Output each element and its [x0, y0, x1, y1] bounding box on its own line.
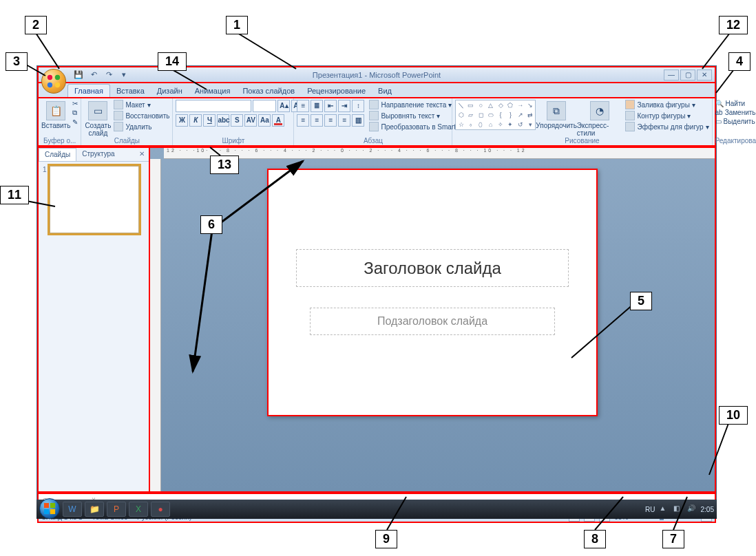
tab-animation[interactable]: Анимация — [189, 85, 237, 97]
svg-line-3 — [702, 33, 730, 69]
decrease-indent-button[interactable]: ⇤ — [324, 100, 337, 112]
svg-point-17 — [48, 83, 52, 87]
bullets-button[interactable]: ≡ — [297, 100, 309, 112]
callout-8: 8 — [584, 530, 606, 548]
align-left-button[interactable]: ≡ — [297, 114, 309, 127]
taskbar-item[interactable]: W — [63, 502, 82, 517]
tray-network-icon[interactable]: ◧ — [673, 504, 683, 514]
quick-styles-label: Экспресс-стили — [577, 122, 622, 137]
group-label-paragraph: Абзац — [297, 137, 449, 145]
numbering-button[interactable]: ≣ — [311, 100, 323, 112]
strike-button[interactable]: abc — [217, 114, 229, 127]
close-button[interactable]: ✕ — [697, 70, 712, 81]
columns-button[interactable]: ▥ — [352, 114, 364, 127]
delete-slide-button[interactable]: Удалить — [114, 122, 169, 131]
tab-view[interactable]: Вид — [372, 85, 398, 97]
callout-9: 9 — [375, 530, 397, 548]
underline-button[interactable]: Ч — [203, 114, 216, 127]
group-slides: ▭ Создать слайд Макет ▾ Восстановить Уда… — [81, 98, 173, 145]
copy-button[interactable]: ⧉ — [72, 109, 78, 117]
tab-slideshow[interactable]: Показ слайдов — [236, 85, 301, 97]
char-spacing-button[interactable]: AV — [244, 114, 257, 127]
window-controls: — ▢ ✕ — [664, 70, 712, 81]
callout-10: 10 — [719, 406, 748, 425]
shape-effects-button[interactable]: Эффекты для фигур ▾ — [625, 122, 708, 131]
grow-font-button[interactable]: A▴ — [277, 100, 290, 112]
windows-taskbar: W 📁 P X ● RU ▲ ◧ 🔊 2:05 — [36, 500, 717, 519]
svg-rect-19 — [44, 503, 49, 508]
maximize-button[interactable]: ▢ — [680, 70, 695, 81]
format-painter-button[interactable]: ✎ — [72, 118, 78, 126]
find-button[interactable]: 🔍 Найти — [715, 100, 756, 107]
shape-outline-button[interactable]: Контур фигуры ▾ — [625, 111, 708, 120]
tab-review[interactable]: Рецензирование — [301, 85, 372, 97]
svg-rect-21 — [44, 509, 49, 514]
increase-indent-button[interactable]: ⇥ — [338, 100, 350, 112]
new-slide-button[interactable]: ▭ Создать слайд — [84, 100, 112, 137]
title-bar: 💾 ↶ ↷ ▾ Презентация1 - Microsoft PowerPo… — [37, 66, 716, 83]
qat-more-icon[interactable]: ▾ — [118, 70, 129, 81]
font-family-combo[interactable] — [176, 100, 251, 112]
office-button[interactable] — [41, 69, 66, 94]
italic-button[interactable]: К — [189, 114, 202, 127]
align-right-button[interactable]: ≡ — [324, 114, 337, 127]
slide-canvas[interactable]: Заголовок слайда Подзаголовок слайда — [267, 169, 598, 416]
undo-icon[interactable]: ↶ — [88, 70, 99, 81]
shape-fill-button[interactable]: Заливка фигуры ▾ — [625, 100, 708, 109]
callout-3: 3 — [6, 52, 28, 71]
redo-icon[interactable]: ↷ — [103, 70, 114, 81]
font-color-button[interactable]: A — [272, 114, 284, 127]
new-slide-label: Создать слайд — [85, 122, 111, 137]
group-editing: 🔍 Найти ab Заменить ▾ ▭ Выделить ▾ Редак… — [713, 98, 756, 145]
select-button[interactable]: ▭ Выделить ▾ — [715, 118, 756, 125]
outline-tab[interactable]: Структура — [76, 148, 120, 161]
align-center-button[interactable]: ≡ — [311, 114, 323, 127]
tab-design[interactable]: Дизайн — [151, 85, 189, 97]
title-placeholder[interactable]: Заголовок слайда — [296, 249, 569, 287]
replace-button[interactable]: ab Заменить ▾ — [715, 109, 756, 116]
cut-button[interactable]: ✂ — [72, 100, 78, 107]
bold-button[interactable]: Ж — [176, 114, 188, 127]
tab-home[interactable]: Главная — [67, 84, 110, 97]
callout-6: 6 — [200, 215, 222, 234]
start-button[interactable] — [39, 498, 60, 519]
tray-clock[interactable]: 2:05 — [701, 506, 714, 513]
shadow-button[interactable]: S — [231, 114, 243, 127]
tray-lang[interactable]: RU — [645, 506, 655, 513]
callout-5: 5 — [630, 292, 652, 310]
tab-insert[interactable]: Вставка — [110, 85, 151, 97]
horizontal-ruler: 12 · · ·10· · · 8 · · · 6 · · · 4 · · · … — [164, 148, 715, 159]
ribbon-tabs: Главная Вставка Дизайн Анимация Показ сл… — [37, 83, 716, 98]
subtitle-placeholder[interactable]: Подзаголовок слайда — [310, 308, 555, 335]
font-size-combo[interactable] — [253, 100, 276, 112]
svg-point-16 — [55, 75, 60, 80]
reset-button[interactable]: Восстановить — [114, 111, 169, 120]
tray-sound-icon[interactable]: 🔊 — [687, 504, 697, 514]
slide-thumbnail[interactable]: 1 — [43, 166, 145, 233]
taskbar-item[interactable]: ● — [151, 502, 170, 517]
taskbar-item[interactable]: P — [107, 502, 126, 517]
quick-styles-button[interactable]: ◔ Экспресс-стили — [577, 100, 622, 137]
slides-tab[interactable]: Слайды — [39, 148, 76, 161]
thumbnail-image — [50, 166, 139, 233]
group-label-slides: Слайды — [84, 137, 169, 145]
thumbnail-number: 1 — [43, 166, 47, 233]
layout-button[interactable]: Макет ▾ — [114, 100, 169, 109]
group-font: A▴ A▾ Ж К Ч abc S AV Aa A Шрифт — [173, 98, 294, 145]
callout-1: 1 — [226, 16, 248, 34]
paste-button[interactable]: 📋 Вставить — [41, 100, 70, 129]
shapes-gallery[interactable]: ＼▭○△◇⬠→↘ ⬡▱◻⬭{}↗⇄ ☆⬨⬯⌂✧✦↺▾ — [455, 100, 536, 130]
justify-button[interactable]: ≡ — [338, 114, 350, 127]
callout-12: 12 — [719, 16, 748, 34]
save-icon[interactable]: 💾 — [73, 70, 84, 81]
slide-editor: 12 · · ·10· · · 8 · · · 6 · · · 4 · · · … — [150, 147, 716, 493]
tray-flag-icon[interactable]: ▲ — [660, 504, 669, 514]
arrange-button[interactable]: ⧉ Упорядочить — [538, 100, 574, 129]
line-spacing-button[interactable]: ↕ — [352, 100, 364, 112]
panel-close-icon[interactable]: ✕ — [135, 148, 149, 161]
taskbar-item[interactable]: X — [129, 502, 148, 517]
group-drawing: ＼▭○△◇⬠→↘ ⬡▱◻⬭{}↗⇄ ☆⬨⬯⌂✧✦↺▾ ⧉ Упорядочить… — [452, 98, 712, 145]
taskbar-item[interactable]: 📁 — [85, 502, 104, 517]
minimize-button[interactable]: — — [664, 70, 679, 81]
change-case-button[interactable]: Aa — [258, 114, 271, 127]
